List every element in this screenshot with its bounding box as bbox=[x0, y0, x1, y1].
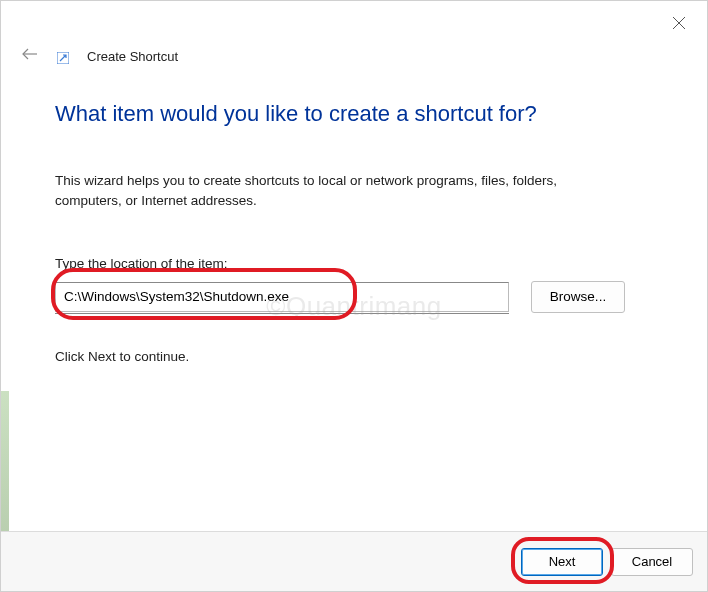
arrow-left-icon bbox=[21, 47, 39, 61]
wizard-description: This wizard helps you to create shortcut… bbox=[55, 171, 615, 212]
wizard-header: Create Shortcut bbox=[1, 47, 707, 65]
wizard-footer: Next Cancel bbox=[1, 531, 707, 591]
continue-text: Click Next to continue. bbox=[55, 349, 653, 364]
titlebar bbox=[1, 1, 707, 41]
location-row: Browse... bbox=[55, 281, 653, 313]
cancel-button[interactable]: Cancel bbox=[611, 548, 693, 576]
wizard-content: What item would you like to create a sho… bbox=[1, 65, 707, 531]
location-input-wrap bbox=[55, 282, 509, 312]
next-button-wrap: Next bbox=[521, 548, 603, 576]
create-shortcut-dialog: Create Shortcut What item would you like… bbox=[0, 0, 708, 592]
shortcut-icon bbox=[57, 50, 69, 62]
location-label: Type the location of the item: bbox=[55, 256, 653, 271]
input-underline bbox=[55, 313, 509, 314]
location-input[interactable] bbox=[55, 282, 509, 312]
close-button[interactable] bbox=[665, 9, 693, 37]
wizard-title: Create Shortcut bbox=[87, 49, 178, 64]
close-icon bbox=[672, 16, 686, 30]
page-heading: What item would you like to create a sho… bbox=[55, 101, 653, 127]
browse-button[interactable]: Browse... bbox=[531, 281, 625, 313]
back-button[interactable] bbox=[21, 47, 39, 65]
next-button[interactable]: Next bbox=[521, 548, 603, 576]
